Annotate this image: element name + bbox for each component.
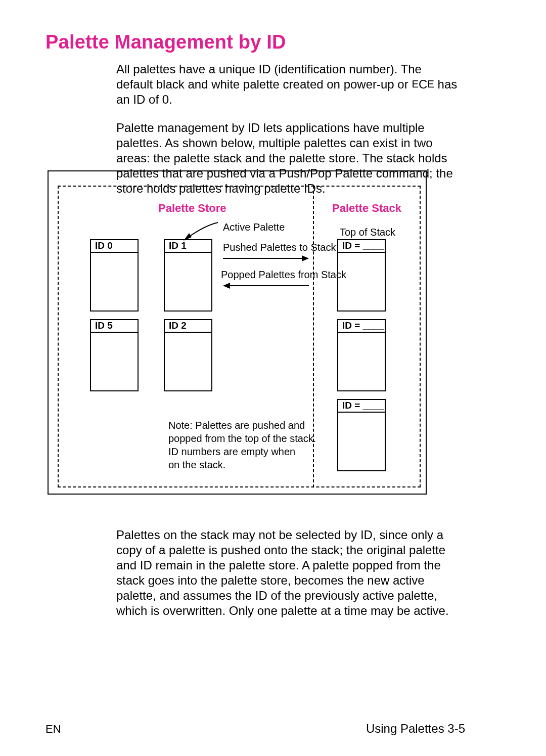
- diagram: Palette Store Palette Stack Active Palet…: [48, 170, 427, 495]
- palette-box-body: [91, 253, 138, 310]
- palette-stack-title: Palette Stack: [332, 202, 401, 215]
- palette-box-header: ID = ____: [338, 240, 385, 253]
- pushed-label: Pushed Palettes to Stack: [223, 241, 336, 254]
- palette-box-header: ID 1: [165, 240, 211, 253]
- paragraph-3: Palettes on the stack may not be selecte…: [116, 527, 463, 618]
- pushed-arrow-icon: [223, 254, 309, 262]
- dashed-border-top: [58, 186, 421, 187]
- palette-box-id1: ID 1: [164, 239, 212, 312]
- palette-box-body: [165, 333, 211, 390]
- svg-marker-2: [302, 255, 309, 261]
- palette-box-header: ID 5: [91, 320, 138, 333]
- palette-box-stack-3: ID = ____: [337, 399, 386, 471]
- diagram-note-line4: on the stack.: [168, 459, 225, 471]
- palette-store-title: Palette Store: [158, 202, 226, 215]
- diagram-note-line3: ID numbers are empty when: [168, 446, 295, 458]
- palette-box-body: [338, 333, 385, 390]
- p1-a: All palettes have a unique ID (identific…: [116, 62, 422, 91]
- popped-label: Popped Palettes from Stack: [221, 269, 346, 281]
- popped-arrow-icon: [223, 282, 309, 290]
- footer-right: Using Palettes 3-5: [366, 722, 465, 736]
- active-palette-label: Active Palette: [223, 221, 285, 234]
- svg-marker-4: [223, 283, 230, 289]
- palette-box-stack-2: ID = ____: [337, 319, 386, 391]
- page: Palette Management by ID All palettes ha…: [0, 0, 546, 756]
- dashed-border-left: [58, 186, 59, 487]
- footer-left: EN: [46, 723, 61, 736]
- top-of-stack-label: Top of Stack: [340, 226, 395, 239]
- diagram-note-line1: Note: Palettes are pushed and: [168, 419, 305, 432]
- palette-box-body: [338, 413, 385, 470]
- palette-box-body: [338, 253, 385, 310]
- dashed-border-right: [420, 186, 421, 487]
- palette-box-id2: ID 2: [164, 319, 212, 391]
- palette-box-header: ID = ____: [338, 400, 385, 413]
- diagram-note-line2: popped from the top of the stack.: [168, 432, 316, 445]
- palette-box-body: [165, 253, 211, 310]
- palette-box-header: ID 0: [91, 240, 138, 253]
- paragraph-1: All palettes have a unique ID (identific…: [116, 62, 460, 107]
- palette-box-body: [91, 333, 138, 390]
- ece-code: ECE: [412, 77, 434, 91]
- dashed-border-bottom: [58, 486, 421, 487]
- page-heading: Palette Management by ID: [46, 31, 286, 53]
- palette-box-stack-1: ID = ____: [337, 239, 386, 312]
- palette-box-id0: ID 0: [90, 239, 139, 312]
- palette-box-header: ID = ____: [338, 320, 385, 333]
- palette-box-header: ID 2: [165, 320, 211, 333]
- palette-box-id5: ID 5: [90, 319, 139, 391]
